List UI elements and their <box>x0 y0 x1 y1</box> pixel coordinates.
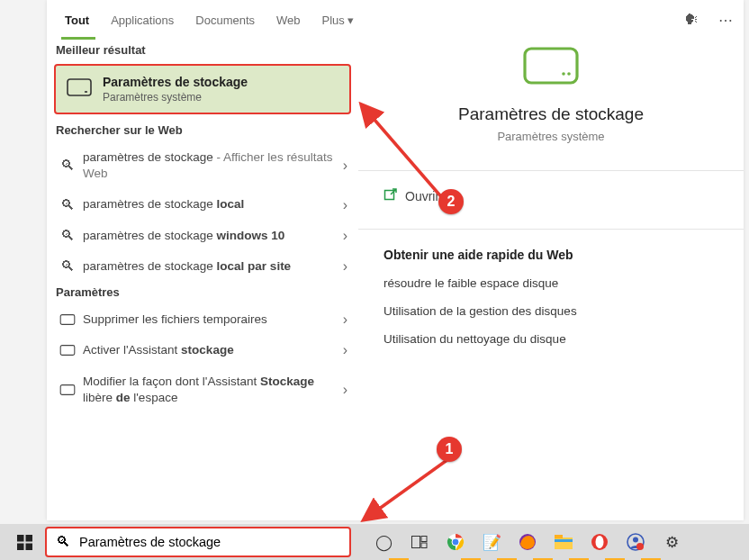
search-icon: 🔍︎ <box>58 158 77 174</box>
web-result-0[interactable]: 🔍︎ paramètres de stockage - Afficher les… <box>47 142 358 189</box>
more-icon[interactable]: ⋯ <box>713 7 738 32</box>
chevron-right-icon: › <box>343 342 349 358</box>
svg-point-28 <box>633 537 638 543</box>
active-tab-underline <box>61 37 95 40</box>
preview-column: 🗣 ⋯ Paramètres de stockage Paramètres sy… <box>358 0 744 520</box>
tab-all[interactable]: Tout <box>54 0 100 40</box>
svg-point-7 <box>567 72 571 76</box>
web-help-item[interactable]: résoudre le faible espace disque <box>384 276 744 290</box>
svg-point-6 <box>562 72 565 76</box>
setting-result-1[interactable]: Activer l'Assistant stockage › <box>47 335 358 366</box>
svg-rect-13 <box>17 543 24 550</box>
cortana-icon[interactable]: ◯ <box>371 529 396 555</box>
svg-rect-16 <box>421 537 427 542</box>
svg-rect-2 <box>60 315 75 325</box>
feedback-icon[interactable]: 🗣 <box>679 7 704 32</box>
start-button[interactable] <box>4 524 45 560</box>
web-result-1[interactable]: 🔍︎ paramètres de stockage local › <box>47 189 358 220</box>
tab-web[interactable]: Web <box>266 0 311 40</box>
preview-title: Paramètres de stockage <box>458 104 644 124</box>
setting-result-label: Supprimer les fichiers temporaires <box>77 312 343 328</box>
chevron-right-icon: › <box>343 382 349 398</box>
chevron-right-icon: › <box>343 158 349 174</box>
user-account-icon[interactable] <box>623 529 648 555</box>
svg-rect-11 <box>17 535 24 542</box>
svg-rect-23 <box>555 535 563 538</box>
preview-subtitle: Paramètres système <box>497 130 604 143</box>
web-result-label: paramètres de stockage local <box>77 196 343 212</box>
svg-rect-22 <box>555 537 573 549</box>
svg-rect-15 <box>412 537 420 548</box>
annotation-arrow-1 <box>358 459 466 531</box>
section-web-search: Rechercher sur le Web <box>47 120 358 142</box>
search-panel: Tout Applications Documents Web Plus▾ Me… <box>47 0 744 520</box>
web-result-label: paramètres de stockage windows 10 <box>77 228 343 244</box>
taskbar-searchbox[interactable]: 🔍︎ <box>45 527 351 557</box>
search-icon: 🔍︎ <box>58 258 77 275</box>
web-help-title: Obtenir une aide rapide du Web <box>384 248 744 262</box>
svg-point-29 <box>636 543 644 550</box>
web-help-item[interactable]: Utilisation du nettoyage du disque <box>384 332 744 346</box>
svg-rect-3 <box>60 346 75 356</box>
best-result-title: Paramètres de stockage <box>103 75 248 89</box>
results-column: Tout Applications Documents Web Plus▾ Me… <box>47 0 358 520</box>
setting-result-2[interactable]: Modifier la façon dont l'Assistant Stock… <box>47 366 358 413</box>
web-result-label: paramètres de stockage - Afficher les ré… <box>77 149 343 182</box>
tab-more[interactable]: Plus▾ <box>311 0 365 40</box>
chevron-down-icon: ▾ <box>347 14 354 27</box>
opera-icon[interactable] <box>587 529 612 555</box>
svg-rect-24 <box>555 539 573 542</box>
taskbar-icons: ◯ 📝 ⚙ <box>371 529 684 555</box>
setting-result-label: Activer l'Assistant stockage <box>77 342 343 358</box>
drive-icon <box>58 345 77 356</box>
notepad-icon[interactable]: 📝 <box>479 529 504 555</box>
task-view-icon[interactable] <box>407 529 432 555</box>
search-input[interactable] <box>79 535 340 549</box>
svg-rect-17 <box>421 543 427 548</box>
annotation-badge-2: 2 <box>438 189 464 214</box>
drive-icon <box>67 78 92 100</box>
section-best-result: Meilleur résultat <box>47 40 358 62</box>
setting-result-label: Modifier la façon dont l'Assistant Stock… <box>77 374 343 406</box>
web-result-2[interactable]: 🔍︎ paramètres de stockage windows 10 › <box>47 221 358 251</box>
tab-apps[interactable]: Applications <box>100 0 185 40</box>
svg-rect-4 <box>60 384 75 394</box>
panel-top-icons: 🗣 ⋯ <box>679 0 738 40</box>
svg-rect-5 <box>525 49 577 83</box>
search-icon: 🔍︎ <box>56 534 70 550</box>
best-result-subtitle: Paramètres système <box>103 91 248 104</box>
web-result-label: paramètres de stockage local par site <box>77 258 343 275</box>
chrome-icon[interactable] <box>443 529 468 555</box>
best-result-item[interactable]: Paramètres de stockage Paramètres systèm… <box>54 64 351 114</box>
web-result-3[interactable]: 🔍︎ paramètres de stockage local par site… <box>47 251 358 282</box>
chevron-right-icon: › <box>343 197 349 213</box>
best-result-text: Paramètres de stockage Paramètres systèm… <box>103 75 248 104</box>
settings-icon[interactable]: ⚙ <box>659 529 684 555</box>
search-icon: 🔍︎ <box>58 197 77 213</box>
drive-icon-large <box>523 47 579 88</box>
search-icon: 🔍︎ <box>58 228 77 244</box>
chevron-right-icon: › <box>343 312 349 328</box>
explorer-icon[interactable] <box>551 529 576 555</box>
drive-icon <box>58 314 77 325</box>
section-settings: Paramètres <box>47 282 358 304</box>
svg-point-26 <box>596 536 604 548</box>
svg-rect-0 <box>68 79 91 95</box>
web-help: Obtenir une aide rapide du Web résoudre … <box>358 230 744 346</box>
chevron-right-icon: › <box>343 228 349 244</box>
svg-line-9 <box>363 106 450 207</box>
tab-documents[interactable]: Documents <box>185 0 266 40</box>
svg-line-10 <box>365 459 448 519</box>
svg-rect-14 <box>25 543 32 550</box>
svg-rect-12 <box>25 535 32 542</box>
annotation-badge-1: 1 <box>437 437 462 462</box>
web-help-item[interactable]: Utilisation de la gestion des disques <box>384 304 744 318</box>
firefox-icon[interactable] <box>515 529 540 555</box>
setting-result-0[interactable]: Supprimer les fichiers temporaires › <box>47 304 358 335</box>
drive-icon <box>58 384 77 395</box>
search-tabs: Tout Applications Documents Web Plus▾ <box>47 0 358 40</box>
chevron-right-icon: › <box>343 258 349 275</box>
